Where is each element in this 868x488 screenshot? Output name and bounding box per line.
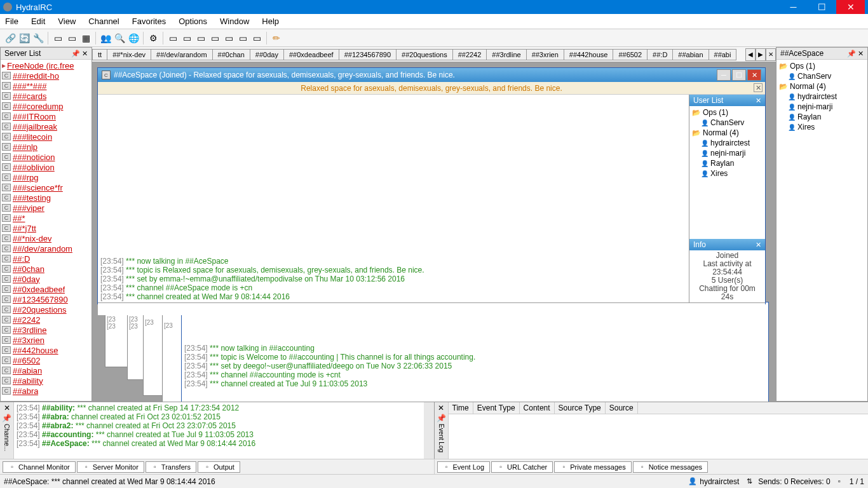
maximize-button[interactable]: ☐ xyxy=(808,0,836,14)
channel-item[interactable]: C##6502 xyxy=(1,355,92,365)
channel-item[interactable]: C###testing xyxy=(1,193,92,203)
tab-close[interactable]: ✕ xyxy=(766,48,776,61)
normal-folder[interactable]: 📂Normal (4) xyxy=(691,128,764,138)
tb-icon[interactable]: 👥 xyxy=(99,32,112,44)
menu-window[interactable]: Window xyxy=(220,17,249,26)
channel-item[interactable]: C##*j7tt xyxy=(1,223,92,233)
channel-tab[interactable]: ##2242 xyxy=(452,49,487,60)
channel-tab[interactable]: ##3rdline xyxy=(486,49,526,60)
user-item[interactable]: 👤Raylan xyxy=(778,112,866,122)
tb-icon[interactable]: ▭ xyxy=(250,32,263,44)
gutter-close[interactable]: ✕ xyxy=(438,403,444,412)
minimize-button[interactable]: ─ xyxy=(779,0,808,14)
tb-icon[interactable]: ▭ xyxy=(65,32,78,44)
ops-folder[interactable]: 📂Ops (1) xyxy=(691,107,764,118)
user-item[interactable]: 👤ChanServ xyxy=(691,118,764,128)
normal-folder[interactable]: 📂Normal (4) xyxy=(778,81,866,92)
tb-icon[interactable]: 🔄 xyxy=(18,32,31,44)
user-item[interactable]: 👤hydrairctest xyxy=(691,138,764,148)
tb-icon[interactable]: 🔗 xyxy=(4,32,17,44)
channel-item[interactable]: C###oblivion xyxy=(1,162,92,172)
channel-item[interactable]: C##0chan xyxy=(1,264,92,274)
bottom-tab[interactable]: ▫Output xyxy=(198,461,240,473)
bottom-tab[interactable]: ▫Channel Monitor xyxy=(3,461,76,473)
channel-item[interactable]: C##0day xyxy=(1,274,92,284)
channel-item[interactable]: C###cards xyxy=(1,91,92,101)
channel-item[interactable]: C##442house xyxy=(1,345,92,355)
channel-tab[interactable]: ##1234567890 xyxy=(339,49,397,60)
tab-scroll-left[interactable]: ◀ xyxy=(745,48,756,61)
menu-view[interactable]: View xyxy=(58,17,76,26)
channel-item[interactable]: C###rpg xyxy=(1,172,92,182)
menu-favorites[interactable]: Favorites xyxy=(132,17,166,26)
channel-item[interactable]: C##* xyxy=(1,213,92,223)
tb-icon[interactable]: ▭ xyxy=(222,32,235,44)
channel-item[interactable]: C###**### xyxy=(1,81,92,91)
channel-item[interactable]: C##3xrien xyxy=(1,335,92,345)
column-header[interactable]: Content xyxy=(520,402,555,414)
channel-item[interactable]: C##/dev/arandom xyxy=(1,243,92,254)
bottom-tab[interactable]: ▫Transfers xyxy=(146,461,196,473)
gutter-close[interactable]: ✕ xyxy=(4,403,10,412)
topic-close[interactable]: ✕ xyxy=(754,83,763,92)
tb-icon[interactable]: ▭ xyxy=(194,32,207,44)
bottom-tab[interactable]: ▫Notice messages xyxy=(633,461,708,473)
channel-tab[interactable]: ##abi xyxy=(709,49,737,60)
menu-file[interactable]: File xyxy=(5,17,18,26)
channel-item[interactable]: C###ITRoom xyxy=(1,111,92,121)
channel-item[interactable]: C##1234567890 xyxy=(1,294,92,304)
channel-tab[interactable]: ##abian xyxy=(672,49,709,60)
info-close[interactable]: ✕ xyxy=(756,241,761,249)
bottom-tab[interactable]: ▫Private messages xyxy=(554,461,631,473)
channel-tab[interactable]: ##*nix-dev xyxy=(107,49,151,60)
bottom-tab[interactable]: ▫Event Log xyxy=(437,461,491,473)
channel-item[interactable]: C###viper xyxy=(1,203,92,213)
scrollbar[interactable] xyxy=(424,402,434,459)
chatwin-minimize[interactable]: ─ xyxy=(717,69,731,81)
channel-item[interactable]: C##20questions xyxy=(1,304,92,315)
user-item[interactable]: 👤Raylan xyxy=(691,158,764,168)
column-header[interactable]: Source xyxy=(606,402,638,414)
menu-channel[interactable]: Channel xyxy=(88,17,119,26)
user-item[interactable]: 👤hydrairctest xyxy=(778,92,866,102)
channel-tab[interactable]: tt xyxy=(92,49,107,60)
channel-item[interactable]: C###litecoin xyxy=(1,132,92,142)
user-item[interactable]: 👤nejni-marji xyxy=(691,148,764,158)
tb-icon[interactable]: ▭ xyxy=(51,32,64,44)
channel-tab[interactable]: ##3xrien xyxy=(526,49,564,60)
chat-input[interactable] xyxy=(98,302,765,315)
channel-tab[interactable]: ##:D xyxy=(647,49,673,60)
pin-icon[interactable]: 📌 ✕ xyxy=(71,50,88,58)
bottom-tab[interactable]: ▫Server Monitor xyxy=(77,461,144,473)
tb-icon[interactable]: ▭ xyxy=(166,32,179,44)
channel-item[interactable]: C###reddit-ho xyxy=(1,71,92,81)
channel-tab[interactable]: ##0day xyxy=(250,49,284,60)
menu-help[interactable]: Help xyxy=(262,17,279,26)
chatwin-titlebar[interactable]: C ##AceSpace (Joined) - Relaxed space fo… xyxy=(98,68,765,82)
channel-item[interactable]: C##ability xyxy=(1,376,92,386)
tb-icon[interactable]: 🔍 xyxy=(113,32,126,44)
channel-item[interactable]: C##2242 xyxy=(1,315,92,325)
channel-tab[interactable]: ##442house xyxy=(564,49,614,60)
channel-item[interactable]: C###coredump xyxy=(1,101,92,111)
tb-icon[interactable]: ▭ xyxy=(208,32,221,44)
channel-item[interactable]: C##:D xyxy=(1,254,92,264)
close-button[interactable]: ✕ xyxy=(836,0,865,14)
bottom-tab[interactable]: ▫URL Catcher xyxy=(491,461,553,473)
menu-options[interactable]: Options xyxy=(179,17,207,26)
chatwin-close[interactable]: ✕ xyxy=(747,69,761,81)
channel-tab[interactable]: ##0chan xyxy=(212,49,250,60)
column-header[interactable]: Time xyxy=(449,402,473,414)
userlist-close[interactable]: ✕ xyxy=(756,97,761,105)
column-header[interactable]: Event Type xyxy=(473,402,520,414)
channel-tab[interactable]: ##6502 xyxy=(613,49,648,60)
pin-icon[interactable]: 📌 ✕ xyxy=(847,50,864,58)
channel-item[interactable]: C##0xdeadbeef xyxy=(1,284,92,294)
menu-edit[interactable]: Edit xyxy=(31,17,45,26)
tb-icon[interactable]: ✏ xyxy=(270,32,283,44)
user-item[interactable]: 👤ChanServ xyxy=(778,71,866,81)
channel-item[interactable]: C###nlp xyxy=(1,142,92,152)
server-node[interactable]: ▸FreeNode (irc.free xyxy=(1,60,92,71)
tb-icon[interactable]: 🔧 xyxy=(32,32,44,44)
tb-icon[interactable]: ▦ xyxy=(79,32,92,44)
